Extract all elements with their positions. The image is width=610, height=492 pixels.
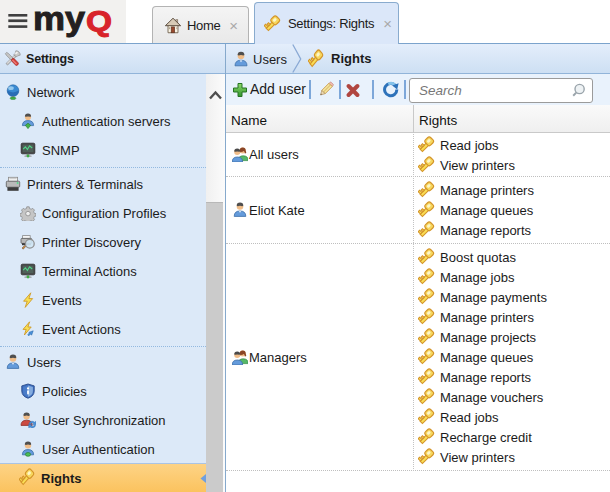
svg-text:Q: Q — [86, 4, 112, 37]
svg-text:my: my — [33, 0, 85, 37]
